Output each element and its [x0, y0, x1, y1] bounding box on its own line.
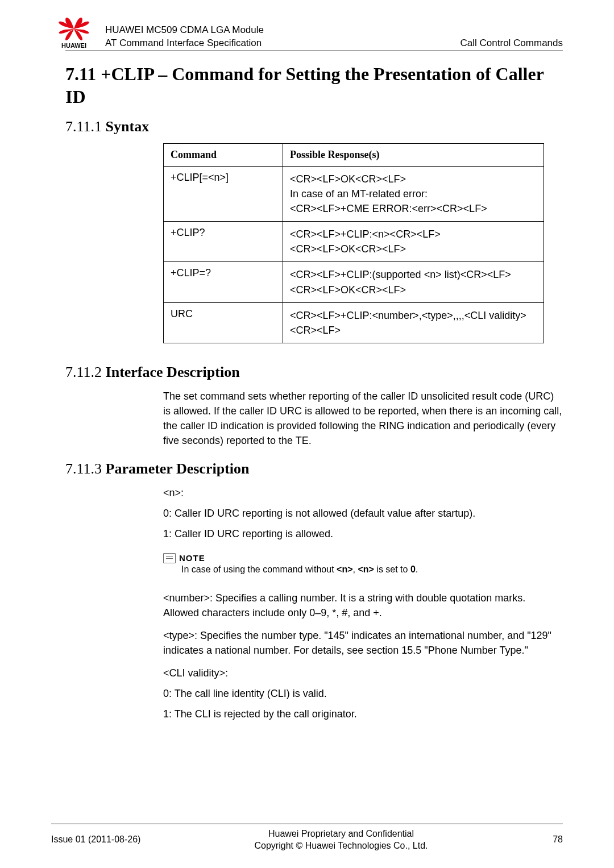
- cell-response: <CR><LF>+CLIP:<n><CR><LF> <CR><LF>OK<CR>…: [283, 222, 544, 262]
- header-right: Call Control Commands: [460, 38, 563, 49]
- syntax-table: Command Possible Response(s) +CLIP[=<n>]…: [163, 143, 544, 343]
- th-command: Command: [164, 144, 283, 167]
- param-n-1: 1: Caller ID URC reporting is allowed.: [163, 526, 563, 541]
- param-number: <number>: Specifies a calling number. It…: [163, 591, 563, 620]
- param-cli-1: 1: The CLI is rejected by the call origi…: [163, 707, 563, 721]
- note-icon: [163, 553, 176, 563]
- section-title: 7.11 +CLIP – Command for Setting the Pre…: [65, 63, 563, 108]
- table-row: +CLIP[=<n>] <CR><LF>OK<CR><LF> In case o…: [164, 167, 544, 222]
- note-header: NOTE: [163, 553, 563, 563]
- subsection-interface: 7.11.2 Interface Description: [65, 364, 563, 381]
- param-n-label: <n>:: [163, 485, 563, 500]
- subsection-syntax: 7.11.1 Syntax: [65, 118, 563, 135]
- subsection-number: 7.11.3: [65, 460, 102, 477]
- note-word: NOTE: [179, 553, 205, 563]
- cell-response: <CR><LF>OK<CR><LF> In case of an MT-rela…: [283, 167, 544, 222]
- header-line-2: AT Command Interface Specification: [105, 38, 460, 49]
- subsection-label: Syntax: [106, 118, 150, 135]
- table-row: URC <CR><LF>+CLIP:<number>,<type>,,,,<CL…: [164, 302, 544, 343]
- note-body: In case of using the command without <n>…: [181, 564, 563, 575]
- table-row: +CLIP=? <CR><LF>+CLIP:(supported <n> lis…: [164, 262, 544, 302]
- cell-command: URC: [164, 302, 283, 343]
- cell-command: +CLIP=?: [164, 262, 283, 302]
- param-cli-0: 0: The call line identity (CLI) is valid…: [163, 686, 563, 701]
- footer-line-1: Huawei Proprietary and Confidential: [154, 828, 529, 840]
- footer-issue: Issue 01 (2011-08-26): [51, 834, 154, 845]
- footer-page-number: 78: [529, 834, 563, 845]
- param-cli-label: <CLI validity>:: [163, 666, 563, 680]
- brand-logo: HUAWEI: [48, 17, 99, 49]
- cell-response: <CR><LF>+CLIP:(supported <n> list)<CR><L…: [283, 262, 544, 302]
- header-line-1: HUAWEI MC509 CDMA LGA Module: [105, 24, 460, 36]
- footer-center: Huawei Proprietary and Confidential Copy…: [154, 828, 529, 852]
- huawei-flower-icon: [57, 17, 90, 41]
- subsection-label: Interface Description: [106, 364, 240, 380]
- param-type: <type>: Specifies the number type. "145"…: [163, 628, 563, 658]
- param-n-0: 0: Caller ID URC reporting is not allowe…: [163, 506, 563, 521]
- header-titles: HUAWEI MC509 CDMA LGA Module AT Command …: [99, 24, 460, 49]
- subsection-number: 7.11.2: [65, 364, 102, 380]
- page-footer: Issue 01 (2011-08-26) Huawei Proprietary…: [51, 824, 563, 852]
- cell-response: <CR><LF>+CLIP:<number>,<type>,,,,<CLI va…: [283, 302, 544, 343]
- page-header: HUAWEI HUAWEI MC509 CDMA LGA Module AT C…: [65, 17, 563, 51]
- interface-body: The set command sets whether reporting o…: [163, 389, 563, 448]
- subsection-label: Parameter Description: [106, 460, 250, 477]
- brand-name: HUAWEI: [61, 42, 86, 49]
- cell-command: +CLIP[=<n>]: [164, 167, 283, 222]
- footer-line-2: Copyright © Huawei Technologies Co., Ltd…: [154, 840, 529, 852]
- subsection-number: 7.11.1: [65, 118, 102, 135]
- cell-command: +CLIP?: [164, 222, 283, 262]
- note-block: NOTE In case of using the command withou…: [163, 553, 563, 575]
- table-header-row: Command Possible Response(s): [164, 144, 544, 167]
- subsection-params: 7.11.3 Parameter Description: [65, 460, 563, 477]
- th-response: Possible Response(s): [283, 144, 544, 167]
- table-row: +CLIP? <CR><LF>+CLIP:<n><CR><LF> <CR><LF…: [164, 222, 544, 262]
